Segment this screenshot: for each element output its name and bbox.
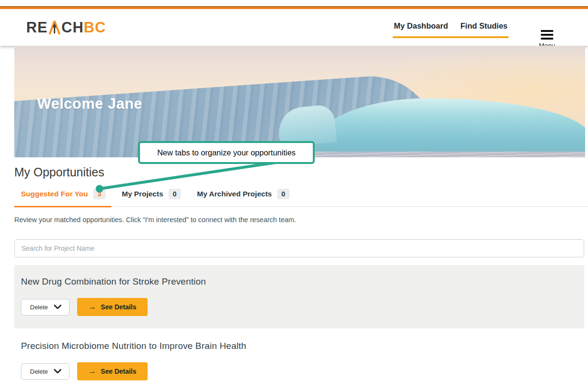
project-card: New Drug Combination for Stroke Preventi… xyxy=(14,265,584,328)
tab-suggested-for-you[interactable]: Suggested For You 3 xyxy=(21,189,106,206)
count-badge: 3 xyxy=(93,189,106,199)
chevron-down-icon xyxy=(54,305,61,309)
site-header: RE CH BC My Dashboard Find Studies Menu xyxy=(0,9,588,46)
logo-text-ch: CH xyxy=(61,19,84,36)
tab-my-archived-projects[interactable]: My Archived Projects 0 xyxy=(197,189,289,206)
tab-description: Review your matched opportunities. Click… xyxy=(14,216,588,224)
reachbc-logo[interactable]: RE CH BC xyxy=(26,19,106,36)
project-title: Precision Microbiome Nutrition to Improv… xyxy=(21,341,578,351)
project-card: Precision Microbiome Nutrition to Improv… xyxy=(14,328,584,388)
see-details-button[interactable]: → See Details xyxy=(77,298,148,316)
nav-my-dashboard[interactable]: My Dashboard xyxy=(394,21,448,31)
delete-dropdown[interactable]: Delete xyxy=(21,363,70,380)
delete-dropdown[interactable]: Delete xyxy=(21,299,70,316)
chevron-down-icon xyxy=(54,369,61,374)
page-title: My Opportunities xyxy=(14,165,588,179)
arrow-right-icon: → xyxy=(89,368,96,375)
tab-my-projects[interactable]: My Projects 0 xyxy=(122,189,181,206)
hero-banner: Welcome Jane xyxy=(14,46,585,157)
project-title: New Drug Combination for Stroke Preventi… xyxy=(21,276,578,287)
primary-nav: My Dashboard Find Studies xyxy=(393,21,508,38)
arrow-right-icon: → xyxy=(89,303,96,311)
logo-text-re: RE xyxy=(26,19,48,36)
tabs-bar: Suggested For You 3 My Projects 0 My Arc… xyxy=(14,189,588,207)
nav-find-studies[interactable]: Find Studies xyxy=(460,21,508,31)
count-badge: 0 xyxy=(169,189,181,199)
new-tabs-tooltip: New tabs to organize your opportunities xyxy=(138,141,315,164)
project-search-input[interactable] xyxy=(14,239,584,257)
welcome-message: Welcome Jane xyxy=(37,95,142,112)
see-details-button[interactable]: → See Details xyxy=(77,362,148,380)
tooltip-text: New tabs to organize your opportunities xyxy=(157,148,296,157)
logo-text-bc: BC xyxy=(84,19,106,36)
logo-arrow-a-icon xyxy=(48,20,61,35)
main-content: My Opportunities Suggested For You 3 My … xyxy=(0,165,588,388)
hamburger-menu-icon xyxy=(541,30,553,40)
count-badge: 0 xyxy=(277,189,289,199)
